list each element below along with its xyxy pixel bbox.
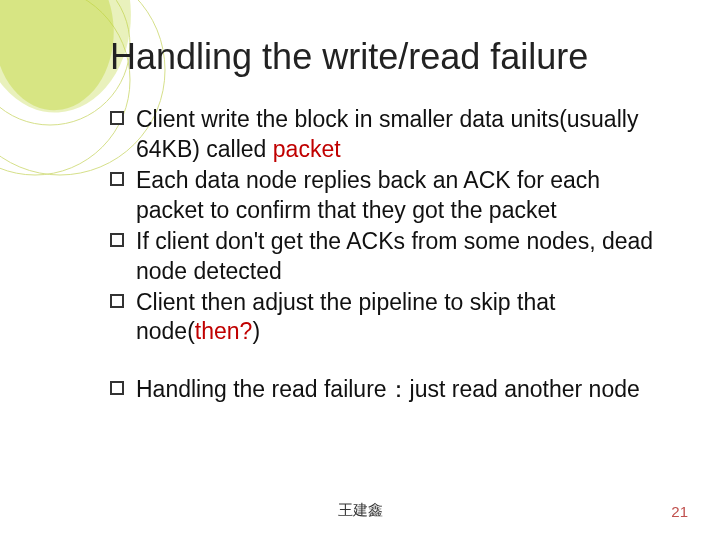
square-bullet-icon: [110, 233, 124, 247]
list-item: If client don't get the ACKs from some n…: [110, 227, 670, 286]
list-item: Client write the block in smaller data u…: [110, 105, 670, 164]
list-item: Each data node replies back an ACK for e…: [110, 166, 670, 225]
bullet-text: Each data node replies back an ACK for e…: [136, 167, 600, 222]
bullet-text: Client write the block in smaller data u…: [136, 106, 638, 161]
slide-title: Handling the write/read failure: [110, 36, 670, 77]
bullet-text: If client don't get the ACKs from some n…: [136, 228, 653, 283]
bullet-emphasis: then?: [195, 318, 253, 344]
square-bullet-icon: [110, 172, 124, 186]
bullet-list: Client write the block in smaller data u…: [110, 105, 670, 404]
square-bullet-icon: [110, 294, 124, 308]
square-bullet-icon: [110, 381, 124, 395]
list-item: Handling the read failure：just read anot…: [110, 375, 670, 404]
slide-content: Handling the write/read failure Client w…: [0, 0, 720, 540]
bullet-emphasis: packet: [273, 136, 341, 162]
bullet-text: Handling the read failure：just read anot…: [136, 376, 640, 402]
list-item: Client then adjust the pipeline to skip …: [110, 288, 670, 347]
bullet-text-post: ): [252, 318, 260, 344]
square-bullet-icon: [110, 111, 124, 125]
